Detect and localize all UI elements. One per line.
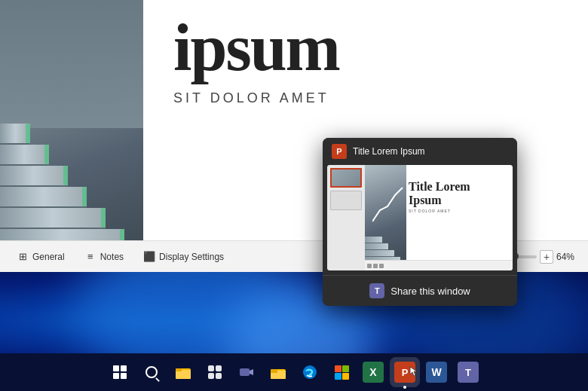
- mini-slide-thumb-1: [330, 168, 362, 188]
- slide-subtitle: SIT DOLOR AMET: [173, 90, 558, 106]
- mini-slide-panel: [327, 165, 365, 270]
- excel-icon: X: [363, 362, 384, 383]
- taskbar-icon-folder[interactable]: [265, 359, 292, 386]
- search-icon: [145, 366, 158, 378]
- teams-meet-icon: [238, 364, 255, 380]
- mini-slide-main: Title Lorem Ipsum SIT DOLOR AMET: [365, 165, 513, 270]
- mini-toolbar-dot-1: [367, 264, 372, 268]
- svg-rect-3: [208, 365, 214, 371]
- taskbar-icon-search[interactable]: [138, 359, 165, 386]
- mini-subtitle: SIT DOLOR AMET: [409, 209, 510, 213]
- widgets-icon: [207, 364, 223, 380]
- svg-rect-11: [271, 369, 277, 373]
- mini-toolbar-dot-3: [379, 264, 384, 268]
- teams-icon: T: [369, 283, 384, 298]
- svg-rect-2: [176, 368, 182, 371]
- word-icon: W: [426, 362, 447, 383]
- taskbar-icon-teams[interactable]: T: [455, 359, 482, 386]
- mini-title: Title Lorem Ipsum: [409, 180, 510, 206]
- taskbar-icon-file-explorer[interactable]: [170, 359, 197, 386]
- svg-rect-6: [216, 373, 222, 379]
- mini-slide-thumb-2: [330, 191, 362, 210]
- mini-thumb-img-1: [332, 170, 360, 186]
- ppt-preview-header: P Title Lorem Ipsum: [323, 138, 517, 165]
- svg-rect-5: [208, 373, 214, 379]
- taskbar-icon-teams-meet[interactable]: [233, 359, 260, 386]
- general-button[interactable]: ⊞ General: [9, 248, 72, 266]
- display-settings-label: Display Settings: [159, 252, 224, 262]
- taskbar-icon-ms-store[interactable]: [328, 359, 355, 386]
- cursor-overlay: [409, 366, 420, 377]
- share-window-label: Share this window: [390, 286, 470, 297]
- edge-icon: [302, 364, 318, 380]
- mini-step-3: [365, 250, 394, 257]
- notes-icon: ≡: [84, 251, 96, 263]
- mini-step-5: [365, 237, 382, 243]
- notes-button[interactable]: ≡ Notes: [77, 248, 131, 266]
- powerpoint-icon: P: [394, 362, 415, 383]
- taskbar-icon-windows-start[interactable]: [106, 359, 133, 386]
- display-settings-button[interactable]: ⬛ Display Settings: [136, 248, 231, 266]
- mini-toolbar: [365, 260, 513, 270]
- taskbar-icon-widgets[interactable]: [201, 359, 228, 386]
- slide-image-panel: [0, 0, 143, 271]
- svg-rect-16: [342, 373, 349, 380]
- svg-rect-13: [335, 365, 341, 372]
- ppt-app-icon: P: [332, 144, 347, 159]
- svg-rect-14: [342, 365, 349, 372]
- mini-toolbar-dot-2: [373, 264, 378, 268]
- mini-slide-text-area: Title Lorem Ipsum SIT DOLOR AMET: [409, 180, 510, 213]
- svg-marker-8: [250, 369, 253, 375]
- svg-rect-7: [240, 368, 250, 376]
- taskbar-icon-powerpoint[interactable]: P: [391, 359, 418, 386]
- zoom-plus-button[interactable]: +: [540, 250, 553, 264]
- taskbar-icon-edge[interactable]: [296, 359, 323, 386]
- windows-logo: [113, 365, 127, 379]
- general-icon: ⊞: [17, 251, 29, 263]
- svg-rect-15: [335, 373, 341, 380]
- teams-taskbar-icon: T: [458, 362, 479, 383]
- general-label: General: [32, 252, 65, 262]
- zoom-percent-label: 64%: [556, 252, 579, 262]
- slide-title: ipsum: [173, 15, 558, 81]
- mini-step-4: [365, 243, 388, 250]
- svg-marker-17: [410, 367, 417, 376]
- display-icon: ⬛: [143, 251, 155, 263]
- folder-icon: [270, 364, 286, 380]
- ppt-preview-popup: P Title Lorem Ipsum: [323, 138, 517, 306]
- mini-stair-image: [365, 165, 406, 270]
- svg-rect-4: [216, 365, 222, 371]
- taskbar-icon-word[interactable]: W: [423, 359, 450, 386]
- ppt-preview-content[interactable]: Title Lorem Ipsum SIT DOLOR AMET: [327, 165, 513, 270]
- taskbar: X P W T: [0, 353, 588, 391]
- ms-store-icon: [333, 364, 350, 380]
- mini-slide: Title Lorem Ipsum SIT DOLOR AMET: [327, 165, 513, 270]
- notes-label: Notes: [100, 252, 124, 262]
- mini-chart: [372, 180, 406, 225]
- taskbar-icon-excel[interactable]: X: [360, 359, 387, 386]
- ppt-preview-title: Title Lorem Ipsum: [353, 146, 425, 157]
- file-explorer-icon: [175, 364, 191, 380]
- share-window-button[interactable]: T Share this window: [323, 275, 517, 306]
